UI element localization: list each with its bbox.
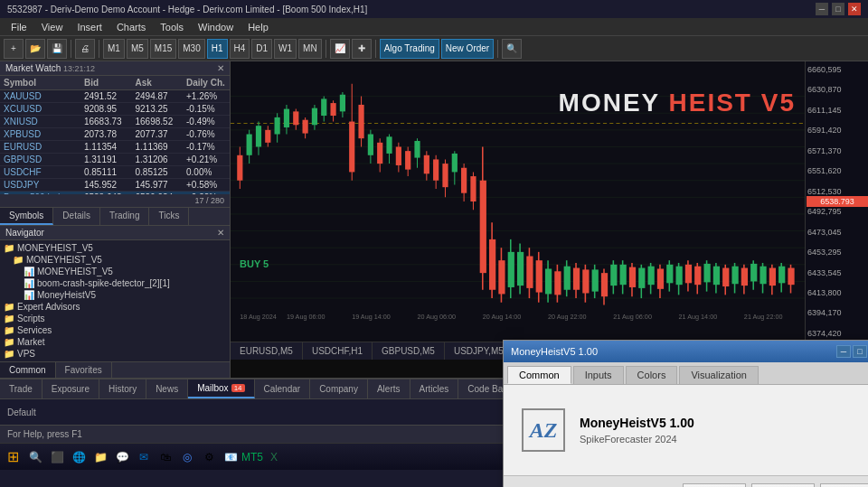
nav-btab-common[interactable]: Common (0, 362, 56, 378)
maximize-button[interactable]: □ (832, 3, 844, 15)
bottom-tab-company[interactable]: Company (310, 379, 368, 398)
bottom-tab-history[interactable]: History (99, 379, 146, 398)
mw-tab-details[interactable]: Details (53, 208, 100, 225)
taskbar-outlook-icon[interactable]: ✉ (135, 448, 153, 466)
menu-tools[interactable]: Tools (153, 18, 191, 35)
bottom-tab-exposure[interactable]: Exposure (42, 379, 99, 398)
toolbar-new[interactable]: + (4, 39, 24, 59)
menu-insert[interactable]: Insert (70, 18, 109, 35)
dialog-tab-visualization[interactable]: Visualization (679, 366, 759, 384)
nav-item[interactable]: 📁VPS (2, 348, 228, 360)
tf-d1[interactable]: D1 (251, 39, 272, 59)
dialog-cancel-button[interactable]: Cancel (751, 483, 815, 487)
tf-m30[interactable]: M30 (178, 39, 204, 59)
bottom-tab-trade[interactable]: Trade (0, 379, 42, 398)
tf-w1[interactable]: W1 (274, 39, 297, 59)
navigator-close[interactable]: ✕ (217, 228, 224, 238)
taskbar-edge-icon[interactable]: 🌐 (70, 448, 88, 466)
tf-h4[interactable]: H4 (230, 39, 250, 59)
ask-cell: 16698.52 (131, 116, 183, 128)
market-table-row[interactable]: EURUSD 1.11354 1.11369 -0.17% (0, 141, 230, 154)
taskbar-search-icon[interactable]: 🔍 (26, 448, 44, 466)
nav-tree: 📁MONEYHEIST_V5📁MONEYHEIST_V5📊MONEYHEIST_… (0, 240, 230, 362)
taskbar-teams-icon[interactable]: 💬 (113, 448, 131, 466)
nav-item[interactable]: 📁MONEYHEIST_V5 (2, 242, 228, 254)
algo-trading-button[interactable]: Algo Trading (380, 39, 439, 59)
chart-tab[interactable]: GBPUSD,M5 (373, 342, 445, 360)
toolbar-search[interactable]: 🔍 (502, 39, 522, 59)
tf-h1[interactable]: H1 (207, 39, 228, 59)
dialog-icon: AZ (522, 408, 565, 452)
tf-m1[interactable]: M1 (103, 39, 125, 59)
taskbar-mt5-icon[interactable]: MT5 (243, 448, 261, 466)
toolbar-save[interactable]: 💾 (47, 39, 67, 59)
toolbar-crosshair[interactable]: ✚ (352, 39, 372, 59)
menu-file[interactable]: File (4, 18, 34, 35)
toolbar-print[interactable]: 🖨 (75, 39, 95, 59)
tf-mn[interactable]: MN (298, 39, 322, 59)
tf-m5[interactable]: M5 (127, 39, 148, 59)
menu-charts[interactable]: Charts (109, 18, 153, 35)
nav-item[interactable]: 📁Scripts (2, 313, 228, 324)
dialog-tab-common[interactable]: Common (507, 366, 571, 384)
market-table-row[interactable]: XAUUSD 2491.52 2494.87 +1.26% (0, 90, 230, 103)
nav-item[interactable]: 📊MoneyHeistV5 (2, 289, 228, 301)
chart-canvas[interactable]: 18 Aug 2024 19 Aug 06:00 19 Aug 14:00 20… (231, 61, 868, 342)
market-table-row[interactable]: USDCHF 0.85111 0.85125 0.00% (0, 166, 230, 179)
close-button[interactable]: ✕ (848, 3, 861, 15)
chart-tab[interactable]: EURUSD,M5 (231, 342, 303, 360)
tf-m15[interactable]: M15 (150, 39, 176, 59)
svg-rect-113 (694, 267, 701, 285)
nav-item[interactable]: 📁MONEYHEIST_V5 (2, 254, 228, 266)
taskbar-taskview-icon[interactable]: ⬛ (48, 448, 66, 466)
menu-help[interactable]: Help (241, 18, 276, 35)
new-order-button[interactable]: New Order (441, 39, 494, 59)
bottom-tab-news[interactable]: News (146, 379, 188, 398)
taskbar-start-button[interactable]: ⊞ (7, 448, 19, 465)
taskbar-settings-icon[interactable]: ⚙ (200, 448, 218, 466)
chart-tab[interactable]: USDCHF,H1 (303, 342, 373, 360)
price-label: 6551,620 (807, 166, 866, 175)
toolbar-open[interactable]: 📂 (25, 39, 45, 59)
toolbar-indicators[interactable]: 📈 (330, 39, 350, 59)
dialog-ok-button[interactable]: OK (683, 483, 746, 487)
mw-tab-ticks[interactable]: Ticks (149, 208, 189, 225)
taskbar-store-icon[interactable]: 🛍 (156, 448, 175, 466)
bottom-tab-articles[interactable]: Articles (410, 379, 459, 398)
bottom-tab-calendar[interactable]: Calendar (255, 379, 311, 398)
dialog-maximize-button[interactable]: □ (853, 345, 867, 358)
mw-tab-trading[interactable]: Trading (100, 208, 150, 225)
taskbar-chrome-icon[interactable]: ◎ (178, 448, 196, 466)
bid-cell: 0.85111 (80, 166, 132, 179)
nav-item[interactable]: 📊boom-crash-spike-detector_[2][1] (2, 277, 228, 289)
market-table-row[interactable]: XCUUSD 9208.95 9213.25 -0.15% (0, 103, 230, 116)
col-change: Daily Ch. (183, 76, 230, 90)
svg-rect-125 (750, 264, 757, 282)
taskbar-folder-icon[interactable]: 📁 (91, 448, 109, 466)
dialog-tab-colors[interactable]: Colors (626, 366, 678, 384)
nav-item[interactable]: 📁Services (2, 324, 228, 336)
market-table-row[interactable]: XPBUSD 2073.78 2077.37 -0.76% (0, 128, 230, 141)
menu-view[interactable]: View (34, 18, 71, 35)
market-watch-close[interactable]: ✕ (217, 63, 224, 73)
taskbar-mail-icon[interactable]: 📧 (222, 448, 240, 466)
market-table-row[interactable]: GBPUSD 1.31191 1.31206 +0.21% (0, 154, 230, 166)
market-table-row[interactable]: XNIUSD 16683.73 16698.52 -0.49% (0, 116, 230, 128)
svg-rect-97 (620, 265, 627, 285)
minimize-button[interactable]: ─ (816, 3, 828, 15)
bid-cell: 9208.95 (80, 103, 132, 116)
dialog-minimize-button[interactable]: ─ (836, 345, 851, 358)
nav-item[interactable]: 📊MONEYHEIST_V5 (2, 266, 228, 277)
dialog-tab-inputs[interactable]: Inputs (573, 366, 624, 384)
menu-window[interactable]: Window (191, 18, 241, 35)
bottom-tab-alerts[interactable]: Alerts (368, 379, 410, 398)
market-table-row[interactable]: USDJPY 145.952 145.977 +0.58% (0, 179, 230, 192)
mw-tab-symbols[interactable]: Symbols (0, 208, 53, 225)
nav-item[interactable]: 📁Market (2, 336, 228, 348)
nav-btab-favorites[interactable]: Favorites (56, 362, 112, 378)
bottom-tab-mailbox[interactable]: Mailbox14 (188, 379, 254, 398)
dialog-reset-button[interactable]: Reset (820, 483, 868, 487)
price-label: 6660,595 (807, 65, 866, 74)
nav-item[interactable]: 📁Expert Advisors (2, 301, 228, 313)
taskbar-excel-icon[interactable]: X (265, 448, 283, 466)
